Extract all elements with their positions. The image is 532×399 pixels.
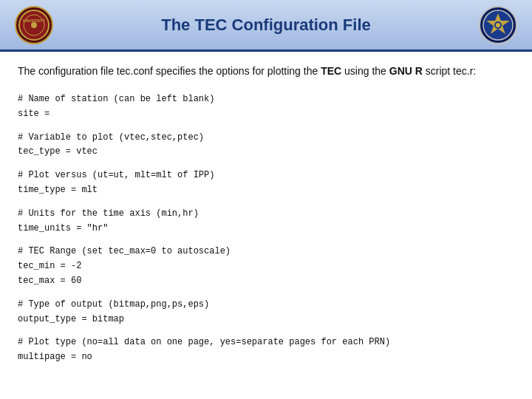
- logo-left: UNIVERSITY: [15, 6, 53, 44]
- intro-paragraph: The configuration file tec.conf specifie…: [18, 64, 514, 79]
- main-content: The configuration file tec.conf specifie…: [0, 52, 532, 383]
- code-comment-tec-type: # Variable to plot (vtec,stec,ptec): [18, 131, 514, 146]
- code-section-tec-range: # TEC Range (set tec_max=0 to autoscale)…: [18, 245, 514, 288]
- code-line-time-units: time_units = "hr": [18, 222, 514, 236]
- intro-text-prefix: The configuration file tec.conf specifie…: [18, 65, 321, 77]
- logo-right: [479, 6, 517, 44]
- page-title: The TEC Configuration File: [161, 16, 371, 35]
- code-comment-output-type: # Type of output (bitmap,png,ps,eps): [18, 298, 514, 313]
- code-section-time-units: # Units for the time axis (min,hr) time_…: [18, 207, 514, 236]
- code-line-site: site =: [18, 107, 514, 122]
- code-section-multipage: # Plot type (no=all data on one page, ye…: [18, 335, 514, 365]
- tec-bold: TEC: [321, 65, 341, 77]
- svg-point-7: [496, 23, 500, 27]
- code-line-tec-max: tec_max = 60: [18, 274, 514, 289]
- svg-point-3: [31, 22, 37, 28]
- code-section-site: # Name of station (can be left blank) si…: [18, 92, 514, 122]
- code-comment-multipage: # Plot type (no=all data on one page, ye…: [18, 335, 514, 350]
- code-comment-time-units: # Units for the time axis (min,hr): [18, 207, 514, 222]
- code-comment-time-type: # Plot versus (ut=ut, mlt=mlt of IPP): [18, 168, 514, 183]
- code-line-tec-min: tec_min = -2: [18, 259, 514, 274]
- code-section-output-type: # Type of output (bitmap,png,ps,eps) out…: [18, 298, 514, 327]
- code-block: # Name of station (can be left blank) si…: [18, 92, 514, 365]
- page-header: UNIVERSITY The TEC Configuration File: [0, 0, 532, 52]
- code-section-time-type: # Plot versus (ut=ut, mlt=mlt of IPP) ti…: [18, 168, 514, 198]
- code-line-tec-type: tec_type = vtec: [18, 145, 514, 160]
- code-line-time-type: time_type = mlt: [18, 183, 514, 198]
- code-comment-tec-range: # TEC Range (set tec_max=0 to autoscale): [18, 245, 514, 259]
- intro-text-middle: using the: [341, 65, 389, 77]
- gnur-bold: GNU R: [389, 65, 423, 77]
- code-line-output-type: output_type = bitmap: [18, 313, 514, 327]
- code-comment-site: # Name of station (can be left blank): [18, 92, 514, 107]
- intro-text-suffix: script tec.r:: [423, 65, 476, 77]
- code-line-multipage: multipage = no: [18, 350, 514, 365]
- code-section-tec-type: # Variable to plot (vtec,stec,ptec) tec_…: [18, 131, 514, 160]
